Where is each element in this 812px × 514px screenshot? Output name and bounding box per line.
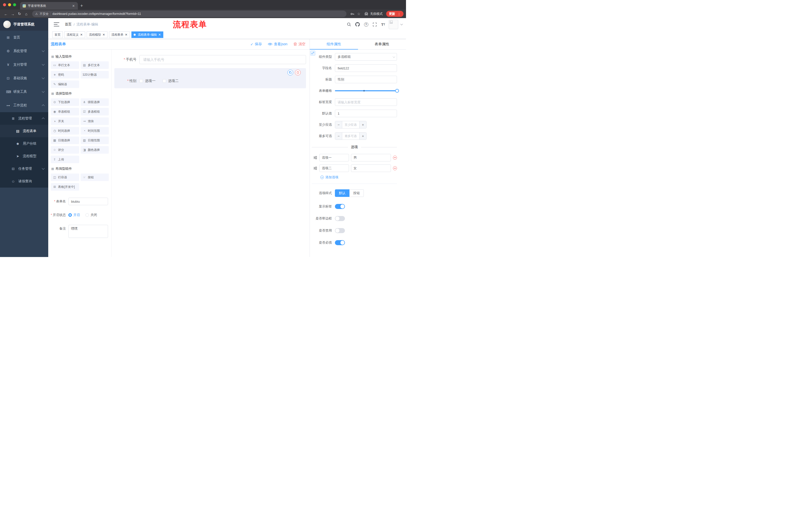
disabled-switch[interactable]	[335, 228, 345, 233]
phone-field-input[interactable]	[140, 55, 306, 64]
component-password[interactable]: ∗密码	[51, 71, 79, 78]
grid-slider[interactable]	[335, 87, 397, 94]
label-width-input[interactable]	[335, 98, 397, 106]
tag-close-icon[interactable]: ✕	[102, 33, 105, 36]
back-icon[interactable]: ←	[2, 10, 9, 17]
browser-menu-icon[interactable]: ⋮	[398, 12, 401, 16]
component-editor[interactable]: ✎编辑器	[51, 80, 79, 88]
plus-button[interactable]: +	[359, 121, 366, 128]
canvas-field-gender-selected[interactable]: 性别 选项一 选项二	[114, 68, 306, 88]
save-button[interactable]: ✓ 保存	[251, 42, 262, 47]
checkbox-icon[interactable]	[140, 79, 143, 83]
component-switch[interactable]: ◑开关	[51, 117, 79, 125]
component-single-text[interactable]: ▭单行文本	[51, 61, 79, 69]
border-switch[interactable]	[335, 216, 345, 221]
form-name-input[interactable]	[68, 198, 108, 205]
component-color-picker[interactable]: ◨颜色选择	[81, 146, 109, 154]
component-slider[interactable]: ⊸滑块	[81, 117, 109, 125]
clear-button[interactable]: 清空	[293, 42, 306, 47]
gender-option-2[interactable]: 选项二	[163, 79, 179, 83]
component-select[interactable]: ⊙下拉选择	[51, 98, 79, 106]
address-bar[interactable]: ⚠ 不安全 dashboard.yudao.iocoder.cn/bpm/man…	[32, 10, 346, 17]
component-checkbox-group[interactable]: ☑多选框组	[81, 108, 109, 115]
sidebar-item-system[interactable]: ⚙ 系统管理	[0, 44, 48, 58]
reload-icon[interactable]: ↻	[16, 10, 23, 17]
sidebar-item-home[interactable]: ⊞ 首页	[0, 31, 48, 44]
option-value-input[interactable]	[351, 164, 391, 172]
component-button[interactable]: ☞按钮	[81, 173, 109, 181]
drag-handle-icon[interactable]	[313, 166, 317, 170]
plus-button[interactable]: +	[359, 133, 366, 140]
minus-button[interactable]: −	[335, 133, 342, 140]
tab-close-icon[interactable]: ✕	[71, 4, 76, 8]
password-key-icon[interactable]	[349, 10, 355, 17]
tag-home[interactable]: 首页	[52, 31, 63, 38]
component-date-range[interactable]: ▧日期范围	[81, 137, 109, 144]
checkbox-icon[interactable]	[163, 79, 166, 83]
component-upload[interactable]: ⇧上传	[51, 156, 79, 163]
copy-component-button[interactable]	[287, 70, 293, 76]
sidebar-item-process-form[interactable]: ▤ 流程表单	[0, 125, 48, 137]
component-counter[interactable]: 123计数器	[81, 71, 109, 78]
component-radio-group[interactable]: ◉单选框组	[51, 108, 79, 115]
browser-tab[interactable]: 芋道管理系统 ✕	[20, 2, 78, 9]
title-input[interactable]	[335, 76, 397, 83]
browser-update-button[interactable]: 更新 ⋮	[386, 11, 404, 17]
form-remark-textarea[interactable]: 嘿嘿	[68, 225, 108, 238]
hamburger-icon[interactable]	[54, 22, 59, 26]
search-icon[interactable]	[346, 21, 352, 27]
tag-close-icon[interactable]: ✕	[125, 33, 127, 36]
show-label-switch[interactable]	[335, 204, 345, 209]
sidebar-item-payment[interactable]: ¥ 支付管理	[0, 58, 48, 72]
delete-component-button[interactable]	[295, 70, 301, 76]
component-type-value[interactable]	[335, 53, 397, 61]
component-cascader[interactable]: ⋔级联选择	[81, 98, 109, 106]
option-value-input[interactable]	[351, 154, 391, 161]
tab-form-props[interactable]: 表单属性	[358, 39, 406, 49]
bookmark-star-icon[interactable]: ☆	[355, 10, 362, 17]
font-size-icon[interactable]: TT	[380, 21, 386, 27]
breadcrumb-home[interactable]: 首页	[65, 22, 71, 27]
style-default-button[interactable]: 默认	[335, 189, 349, 197]
avatar-dropdown-icon[interactable]	[401, 23, 403, 25]
min-select-placeholder[interactable]: 至少应选	[342, 121, 359, 128]
gender-option-1[interactable]: 选项一	[140, 79, 155, 83]
view-json-button[interactable]: 查看json	[268, 42, 287, 47]
component-row-container[interactable]: ◫行容器	[51, 173, 79, 181]
required-switch[interactable]	[335, 240, 345, 245]
sidebar-item-user-group[interactable]: ☻ 用户分组	[0, 137, 48, 150]
component-time-range[interactable]: ◔时间范围	[81, 127, 109, 135]
sidebar-item-infra[interactable]: ⊡ 基础设施	[0, 72, 48, 85]
zoom-window-button[interactable]	[13, 3, 16, 6]
option-label-input[interactable]	[319, 164, 349, 172]
tag-process-form-edit[interactable]: 流程表单-编辑✕	[132, 31, 163, 38]
canvas-field-phone[interactable]: 手机号	[114, 55, 306, 64]
tag-close-icon[interactable]: ✕	[80, 33, 83, 36]
sidebar-item-process-mgmt[interactable]: ≣ 流程管理	[0, 112, 48, 125]
option-label-input[interactable]	[319, 154, 349, 161]
tag-process-model[interactable]: 流程模型✕	[87, 31, 108, 38]
component-date-picker[interactable]: ▦日期选择	[51, 137, 79, 144]
close-window-button[interactable]	[3, 3, 6, 6]
component-time-picker[interactable]: ◷时间选择	[51, 127, 79, 135]
tag-process-form[interactable]: 流程表单✕	[109, 31, 130, 38]
help-icon[interactable]: ?	[363, 21, 369, 27]
drag-handle-icon[interactable]	[313, 156, 317, 160]
status-radio-off[interactable]: 关闭	[85, 211, 97, 219]
sidebar-item-leave-query[interactable]: ☺ 请假查询	[0, 175, 48, 188]
remove-option-icon[interactable]	[393, 156, 397, 160]
slider-handle[interactable]	[395, 89, 399, 93]
sidebar-item-task-mgmt[interactable]: ⊟ 任务管理	[0, 162, 48, 175]
slider-track[interactable]	[335, 90, 397, 91]
sidebar-item-workflow[interactable]: ⊶ 工作流程	[0, 99, 48, 112]
tag-process-definition[interactable]: 流程定义✕	[64, 31, 85, 38]
status-radio-on[interactable]: 开启	[68, 211, 80, 219]
new-tab-button[interactable]: +	[78, 2, 85, 9]
affix-link-icon[interactable]	[310, 51, 315, 56]
remove-option-icon[interactable]	[393, 166, 397, 170]
minimize-window-button[interactable]	[8, 3, 11, 6]
style-button-button[interactable]: 按钮	[349, 189, 364, 197]
add-option-button[interactable]: + 添加选项	[320, 175, 397, 180]
sidebar-item-process-model[interactable]: ➤ 流程模型	[0, 150, 48, 162]
component-table[interactable]: ⊞表格[开发中]	[51, 183, 79, 191]
